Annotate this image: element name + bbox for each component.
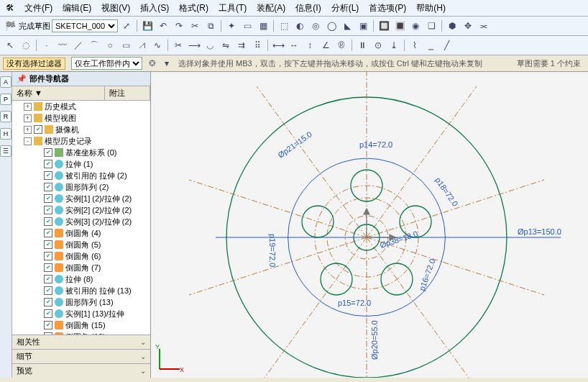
extrude-icon[interactable]: ⬚ (277, 19, 291, 33)
menu-assembly[interactable]: 装配(A) (257, 2, 285, 14)
nav-reuse-icon[interactable]: R (0, 111, 12, 122)
menu-info[interactable]: 信息(I) (295, 2, 321, 14)
save-icon[interactable]: 💾 (140, 19, 155, 33)
tree-node[interactable]: ✔被引用的 拉伸 (13) (12, 285, 150, 296)
trim-icon[interactable]: ✂ (171, 38, 185, 53)
col-name[interactable]: 名称 ▼ (12, 86, 105, 100)
sketch-name-combo[interactable]: SKETCH_000 (52, 19, 118, 32)
assembly-icon[interactable]: ⬢ (445, 19, 459, 33)
tree-node[interactable]: ✔圆形阵列 (2) (12, 181, 150, 193)
auto-dim-icon[interactable]: ⎯ (423, 38, 438, 53)
copy-icon[interactable]: ⧉ (203, 19, 218, 33)
blend-icon[interactable]: ◯ (324, 19, 339, 33)
circle-icon[interactable]: ○ (103, 38, 117, 53)
wcs-icon[interactable]: ✦ (224, 19, 239, 33)
render-icon[interactable]: ◉ (408, 19, 423, 33)
tree-node[interactable]: -模型历史记录 (12, 135, 150, 147)
filter-btn-1[interactable]: ⯐ (145, 56, 160, 71)
constrain-icon[interactable]: ⏸ (355, 38, 369, 53)
menu-format[interactable]: 格式(R) (179, 2, 208, 14)
graphics-canvas[interactable]: Øp13=150.0 (151, 72, 588, 378)
section-dependency[interactable]: 相关性⌄ (12, 335, 150, 349)
tree-node[interactable]: +历史模式 (12, 101, 150, 112)
coinc-icon[interactable]: ⊙ (371, 38, 385, 53)
finish-sketch-label[interactable]: 完成草图 (19, 21, 50, 32)
spline-icon[interactable]: ∿ (150, 38, 165, 53)
horiz-dim-icon[interactable]: ↔ (287, 38, 301, 53)
polyline-icon[interactable]: ⩘ (134, 38, 149, 53)
cut-icon[interactable]: ✂ (188, 19, 202, 33)
move-icon[interactable]: ✥ (461, 19, 475, 33)
tree-node[interactable]: ✔被引用的 拉伸 (2) (12, 170, 150, 181)
orient-icon[interactable]: ⤢ (119, 19, 134, 33)
tree-node[interactable]: ✔实例[2] (2)/拉伸 (2) (12, 204, 150, 216)
tree-node[interactable]: +模型视图 (12, 112, 150, 124)
rect-icon[interactable]: ▭ (119, 38, 133, 53)
ref-toggle-icon[interactable]: ⌇ (408, 38, 422, 53)
lasso-icon[interactable]: ◌ (19, 38, 33, 53)
tree-node[interactable]: ✔倒圆角 (15) (12, 319, 150, 331)
tree-node[interactable]: ✔实例[1] (13)/拉伸 (12, 308, 150, 319)
tree-node[interactable]: ✔实例[1] (2)/拉伸 (2) (12, 193, 150, 204)
select-icon[interactable]: ↖ (3, 38, 17, 53)
menu-help[interactable]: 帮助(H) (416, 2, 446, 14)
filter-btn-2[interactable]: ▾ (160, 56, 174, 71)
tree-node[interactable]: ✔基准坐标系 (0) (12, 147, 150, 158)
hole-icon[interactable]: ◎ (308, 19, 323, 33)
layer-icon[interactable]: ❏ (424, 19, 438, 33)
undo-icon[interactable]: ↶ (156, 19, 170, 33)
revolve-icon[interactable]: ◐ (293, 19, 307, 33)
nav-roles-icon[interactable]: ☰ (0, 145, 12, 157)
menu-view[interactable]: 视图(V) (101, 2, 130, 14)
col-note[interactable]: 附注 (105, 86, 150, 100)
line-icon[interactable]: ／ (71, 38, 86, 53)
tree-node[interactable]: ✔倒圆角 (4) (12, 227, 150, 239)
tree-node[interactable]: ✔倒圆角 (6) (12, 250, 150, 262)
nav-assemblies-icon[interactable]: A (0, 76, 12, 88)
shell-icon[interactable]: ▣ (356, 19, 370, 33)
nav-history-icon[interactable]: H (0, 128, 12, 140)
menu-file[interactable]: 文件(F) (24, 2, 52, 14)
radius-dim-icon[interactable]: ® (334, 38, 349, 53)
pattern-icon[interactable]: ⠿ (250, 38, 265, 53)
angle-dim-icon[interactable]: ∠ (318, 38, 333, 53)
dim-icon[interactable]: ⟷ (271, 38, 285, 53)
tree-node[interactable]: +✔摄像机 (12, 124, 150, 135)
box-icon[interactable]: ▭ (240, 19, 254, 33)
menu-analysis[interactable]: 分析(L) (331, 2, 359, 14)
menu-tools[interactable]: 工具(T) (219, 2, 247, 14)
model-tree[interactable]: +历史模式+模型视图+✔摄像机-模型历史记录✔基准坐标系 (0)✔拉伸 (1)✔… (12, 101, 150, 335)
offset-icon[interactable]: ⇉ (234, 38, 249, 53)
tree-node[interactable]: ✔圆形阵列 (13) (12, 296, 150, 308)
point-icon[interactable]: · (40, 38, 54, 53)
tree-node[interactable]: ✔倒圆角 (5) (12, 239, 150, 250)
redo-icon[interactable]: ↷ (172, 19, 186, 33)
section-details[interactable]: 细节⌄ (12, 349, 150, 363)
grid-icon[interactable]: ▦ (256, 19, 270, 33)
fillet-icon[interactable]: ◡ (203, 38, 217, 53)
wire-icon[interactable]: 🔳 (392, 19, 407, 33)
profile-icon[interactable]: 〰 (55, 38, 70, 53)
chamfer-icon[interactable]: ◣ (340, 19, 354, 33)
shade-icon[interactable]: 🔲 (377, 19, 391, 33)
section-preview[interactable]: 预览⌄ (12, 363, 150, 378)
filter-label[interactable]: 没有选择过滤器 (3, 58, 65, 70)
vert-dim-icon[interactable]: ↕ (303, 38, 317, 53)
pin-icon[interactable]: 📌 (17, 74, 27, 83)
project-icon[interactable]: ⤓ (387, 38, 401, 53)
mirror-icon[interactable]: ⇋ (219, 38, 233, 53)
arc-icon[interactable]: ⌒ (87, 38, 101, 53)
tree-node[interactable]: ✔倒圆角 (7) (12, 262, 150, 273)
menu-insert[interactable]: 插入(S) (140, 2, 169, 14)
construct-icon[interactable]: ╱ (439, 38, 454, 53)
extend-icon[interactable]: ⟶ (187, 38, 201, 53)
tree-node[interactable]: ✔实例[3] (2)/拉伸 (2) (12, 216, 150, 227)
nav-part-icon[interactable]: P (0, 94, 12, 105)
menu-prefs[interactable]: 首选项(P) (369, 2, 406, 14)
mate-icon[interactable]: ⫘ (477, 19, 491, 33)
tree-node[interactable]: ✔拉伸 (8) (12, 273, 150, 285)
tree-node[interactable]: ✔拉伸 (1) (12, 158, 150, 170)
filter-scope-combo[interactable]: 仅在工作部件内 (71, 57, 142, 70)
finish-sketch-icon[interactable]: 🏁 (3, 19, 17, 33)
menu-edit[interactable]: 编辑(E) (63, 2, 91, 14)
